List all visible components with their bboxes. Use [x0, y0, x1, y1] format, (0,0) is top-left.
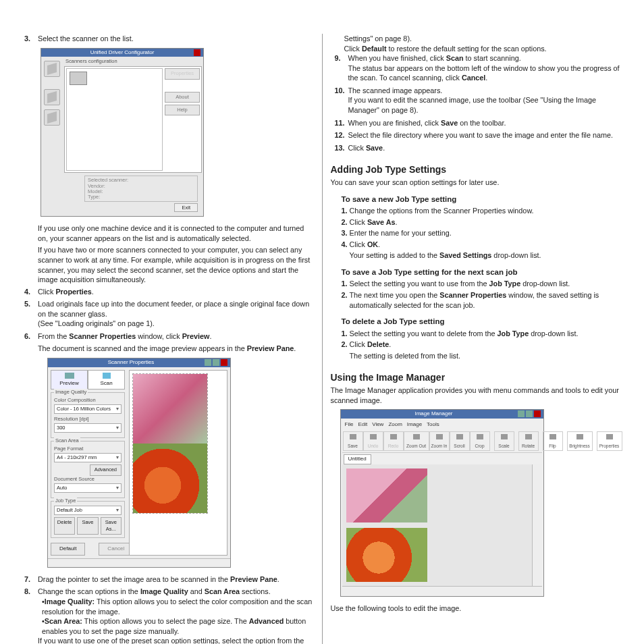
im-image-top	[346, 468, 427, 522]
heading-save-next: To save a Job Type setting for the next …	[342, 267, 624, 278]
right-column: Settings" on page 8). Click Default to r…	[323, 34, 624, 644]
tool-crop-icon[interactable]: Crop	[470, 431, 490, 451]
step-7: 7. Drag the pointer to set the image are…	[20, 574, 314, 585]
menu-tools[interactable]: Tools	[427, 421, 439, 429]
tool-brightness-icon[interactable]: Brightness	[567, 431, 593, 451]
menu-zoom[interactable]: Zoom	[388, 421, 402, 429]
tool-scale-icon[interactable]: Scale	[494, 431, 514, 451]
port-icon[interactable]	[44, 109, 60, 126]
close-icon[interactable]	[194, 49, 200, 56]
menu-file[interactable]: File	[345, 421, 354, 429]
scanner-icon[interactable]	[44, 89, 60, 105]
chevron-down-icon: ▾	[116, 454, 119, 461]
heading-adding-jobtype: Adding Job Type Settings	[331, 163, 624, 176]
tab-preview[interactable]: Preview	[51, 370, 88, 390]
cont-text: Settings" on page 8).	[344, 34, 624, 44]
step-11: 11. When you are finished, click Save on…	[331, 118, 624, 128]
im-subtitle: The Image Manager application provides y…	[331, 385, 624, 405]
printer-icon[interactable]	[44, 61, 60, 77]
resolution-combo[interactable]: 300▾	[54, 423, 122, 433]
scrollbar-horizontal[interactable]	[48, 558, 230, 567]
preview-image	[132, 373, 208, 514]
tool-save-icon[interactable]: Save	[343, 431, 363, 451]
preview-pane[interactable]	[129, 370, 227, 556]
tool-properties-icon[interactable]: Properties	[597, 431, 622, 451]
add-subtitle: You can save your scan option settings f…	[331, 178, 624, 188]
im-toolbar: Save Undo Redo Zoom Out Zoom In Scroll C…	[342, 430, 542, 453]
about-button[interactable]: About	[165, 92, 200, 103]
exit-button[interactable]: Exit	[174, 203, 198, 212]
delete-button[interactable]: Delete	[54, 517, 75, 535]
para-single-device: If you use only one machine device and i…	[38, 223, 314, 243]
save-button[interactable]: Save	[77, 517, 98, 535]
menu-image[interactable]: Image	[407, 421, 422, 429]
pageformat-combo[interactable]: A4 - 210x297 mm▾	[54, 453, 122, 462]
tool-scroll-icon[interactable]: Scroll	[450, 431, 470, 451]
model-label: Model:	[88, 189, 194, 194]
properties-button[interactable]: Properties	[165, 68, 200, 79]
chevron-down-icon: ▾	[116, 485, 119, 491]
para-multi-device: If you have two or more scanners connect…	[38, 245, 314, 284]
step-5: 5. Load originals face up into the docum…	[20, 299, 314, 329]
heading-delete: To delete a Job Type setting	[342, 317, 624, 327]
help-button[interactable]: Help	[165, 105, 200, 115]
advanced-button[interactable]: Advanced	[90, 464, 122, 475]
para-preview: The document is scanned and the image pr…	[38, 344, 247, 352]
menu-edit[interactable]: Edit	[358, 421, 367, 429]
im-menubar: File Edit View Zoom Image Tools	[342, 420, 542, 430]
step-13: 13. Click Save.	[331, 143, 624, 153]
scanner-properties-window: Scanner Properties Preview Scan Image Qu…	[47, 358, 231, 568]
group-image-quality: Image Quality Color Composition Color - …	[51, 392, 125, 439]
selected-scanner-panel: Selected scanner: Vendor: Model: Type:	[84, 176, 198, 202]
close-icon[interactable]	[221, 359, 227, 366]
default-button[interactable]: Default	[51, 543, 85, 556]
min-icon[interactable]	[518, 410, 525, 417]
sp-title: Scanner Properties	[108, 359, 154, 367]
im-after-text: Use the following tools to edit the imag…	[331, 603, 624, 614]
group-scan-area: Scan Area Page Format A4 - 210x297 mm▾ A…	[51, 441, 125, 498]
heading-save-new: To save a new Job Type setting	[342, 194, 624, 205]
step-10: 10. The scanned image appears.If you wan…	[331, 86, 624, 115]
step-8: 8. Change the scan options in the Image …	[20, 587, 314, 644]
cancel-button[interactable]: Cancel	[99, 543, 133, 556]
chevron-down-icon: ▾	[116, 425, 119, 431]
close-icon[interactable]	[534, 410, 541, 417]
left-column: 3. Select the scanner on the list. Unifi…	[20, 34, 323, 644]
im-titlebar: Image Manager	[341, 410, 543, 419]
im-image-bottom	[346, 528, 427, 582]
im-canvas[interactable]	[342, 464, 532, 586]
udc-title: Unified Driver Configurator	[90, 49, 155, 57]
tool-zoomout-icon[interactable]: Zoom Out	[404, 431, 429, 451]
scanner-list-item[interactable]	[70, 72, 87, 85]
tool-zoomin-icon[interactable]: Zoom In	[429, 431, 450, 451]
type-label: Type:	[88, 194, 194, 200]
scanner-list[interactable]	[66, 68, 163, 171]
tool-undo-icon[interactable]: Undo	[363, 431, 383, 451]
step-9: 9. When you have finished, click Scan to…	[331, 53, 624, 83]
jobtype-combo[interactable]: Default Job▾	[54, 506, 122, 515]
scrollbar-horizontal[interactable]	[342, 586, 542, 595]
udc-titlebar: Unified Driver Configurator	[41, 49, 203, 57]
max-icon[interactable]	[213, 359, 219, 366]
vendor-label: Vendor:	[88, 184, 194, 189]
tool-rotate-icon[interactable]: Rotate	[518, 431, 539, 451]
im-doc-tab[interactable]: Untitled	[344, 454, 371, 464]
group-job-type: Job Type Default Job▾ Delete Save Save A…	[51, 501, 125, 538]
tool-redo-icon[interactable]: Redo	[383, 431, 404, 451]
min-icon[interactable]	[205, 359, 211, 366]
chevron-down-icon: ▾	[116, 507, 119, 514]
step-12: 12. Select the file directory where you …	[331, 130, 624, 140]
docsource-combo[interactable]: Auto▾	[54, 483, 122, 493]
tab-scan[interactable]: Scan	[88, 370, 125, 390]
step-4: 4. Click Properties.	[20, 287, 314, 297]
udc-group-label: Scanners configuration	[64, 58, 202, 66]
saveas-button[interactable]: Save As...	[101, 517, 122, 535]
max-icon[interactable]	[526, 410, 533, 417]
color-combo[interactable]: Color - 16 Million Colors▾	[54, 404, 122, 414]
sp-titlebar: Scanner Properties	[48, 358, 230, 367]
step-3: 3. Select the scanner on the list.	[20, 34, 314, 44]
scrollbar-vertical[interactable]	[532, 464, 542, 586]
menu-view[interactable]: View	[372, 421, 383, 429]
heading-image-manager: Using the Image Manager	[331, 371, 624, 384]
tool-flip-icon[interactable]: Flip	[543, 431, 563, 451]
